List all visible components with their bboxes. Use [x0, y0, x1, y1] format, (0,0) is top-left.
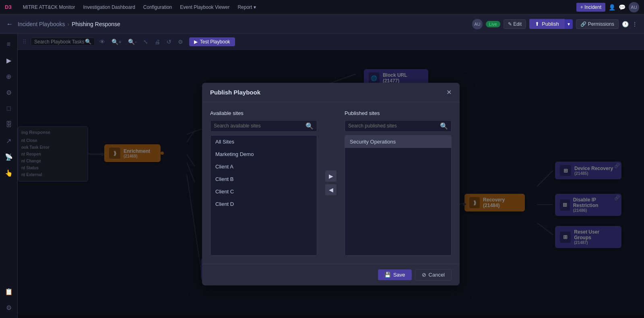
modal-close-button[interactable]: ✕ [446, 88, 452, 96]
search-available-icon: 🔍 [305, 122, 314, 130]
published-site-security-ops[interactable]: Security Operations [345, 135, 451, 148]
nav-mitre[interactable]: MITRE ATT&CK Monitor [23, 4, 75, 10]
sidebar-item-settings[interactable]: ⚙ [2, 300, 16, 315]
settings-button[interactable]: ⚙ [176, 38, 185, 46]
breadcrumb-parent[interactable]: Incident Playbooks [18, 21, 65, 27]
available-sites-panel: Available sites 🔍 All Sites Marketing De… [210, 110, 317, 256]
published-sites-search-input[interactable] [348, 123, 438, 129]
sidebar-item-add[interactable]: ⊕ [2, 69, 16, 84]
published-sites-label: Published sites [345, 110, 452, 116]
site-marketing-demo[interactable]: Marketing Demo [211, 148, 317, 160]
cancel-icon: ⊘ [422, 272, 426, 278]
save-icon: 💾 [384, 272, 391, 278]
site-client-a[interactable]: Client A [211, 160, 317, 173]
available-sites-list[interactable]: All Sites Marketing Demo Client A Client… [210, 135, 317, 256]
modal-overlay: Publish Playbook ✕ Available sites 🔍 All… [18, 50, 644, 318]
available-sites-search-input[interactable] [214, 123, 304, 129]
left-sidebar: ≡ ▶ ⊕ ⚙ □ 🗄 ↗ 📡 👆 📋 ⚙ [0, 34, 18, 318]
site-client-b[interactable]: Client B [211, 173, 317, 185]
publish-icon: ⬆ [535, 21, 539, 27]
history-button[interactable]: 🕐 [622, 21, 629, 27]
site-client-c[interactable]: Client C [211, 185, 317, 198]
published-sites-search: 🔍 [345, 120, 452, 132]
user-icon[interactable]: 👤 [609, 4, 615, 10]
publish-button[interactable]: ⬆ Publish [529, 19, 565, 29]
modal-title: Publish Playbook [210, 89, 260, 96]
sidebar-item-database[interactable]: 🗄 [2, 117, 16, 132]
available-sites-label: Available sites [210, 110, 317, 116]
refresh-button[interactable]: ↺ [165, 38, 173, 46]
search-input[interactable] [34, 39, 85, 45]
page-toolbar: ← Incident Playbooks › Phishing Response… [0, 14, 644, 34]
breadcrumb-current: Phishing Response [72, 21, 120, 27]
publish-button-group: ⬆ Publish ▾ [529, 19, 573, 29]
sidebar-item-share[interactable]: ↗ [2, 133, 16, 148]
chat-icon[interactable]: 💬 [619, 4, 625, 10]
zoom-in-button[interactable]: 🔍+ [109, 38, 124, 46]
page-user-avatar: AU [472, 19, 483, 29]
search-published-icon: 🔍 [440, 122, 448, 130]
play-icon: ▶ [194, 39, 198, 45]
move-right-button[interactable]: ▶ [325, 170, 336, 182]
permissions-button[interactable]: 🔗 Permissions [576, 19, 619, 29]
publish-playbook-modal: Publish Playbook ✕ Available sites 🔍 All… [202, 83, 460, 285]
edit-button[interactable]: ✎ Edit [504, 19, 526, 29]
sidebar-item-play[interactable]: ▶ [2, 53, 16, 68]
site-client-d[interactable]: Client D [211, 198, 317, 210]
published-sites-panel: Published sites 🔍 Security Operations [345, 110, 452, 256]
search-icon: 🔍 [85, 39, 91, 45]
modal-footer: 💾 Save ⊘ Cancel [202, 264, 460, 285]
nav-investigation[interactable]: Investigation Dashboard [83, 4, 135, 10]
app-logo: D3 [5, 4, 12, 10]
breadcrumb-separator: › [68, 21, 70, 27]
publish-dropdown-button[interactable]: ▾ [565, 19, 573, 29]
transfer-buttons: ▶ ◀ [325, 110, 336, 256]
zoom-out-button[interactable]: 🔍- [126, 38, 139, 46]
live-status-badge: Live [486, 21, 500, 27]
sidebar-item-finger[interactable]: 👆 [2, 166, 16, 180]
incident-button[interactable]: + Incident [576, 3, 605, 12]
fit-button[interactable]: ⤡ [141, 38, 150, 46]
sidebar-item-reports[interactable]: 📋 [2, 284, 16, 299]
eye-toggle-button[interactable]: 👁 [97, 38, 107, 46]
site-all-sites[interactable]: All Sites [211, 135, 317, 148]
search-box: 🔍 [31, 37, 95, 46]
available-sites-search: 🔍 [210, 120, 317, 132]
back-button[interactable]: ← [6, 21, 13, 28]
playbook-canvas: ing Response nt Close ook Task Error nt … [18, 50, 644, 318]
sidebar-item-tools[interactable]: ⚙ [2, 85, 16, 100]
modal-body: Available sites 🔍 All Sites Marketing De… [202, 102, 460, 264]
nav-event-playbook[interactable]: Event Playbook Viewer [180, 4, 229, 10]
cancel-button[interactable]: ⊘ Cancel [415, 269, 452, 281]
nav-configuration[interactable]: Configuration [143, 4, 172, 10]
breadcrumb: Incident Playbooks › Phishing Response [18, 21, 120, 27]
sidebar-item-signal[interactable]: 📡 [2, 150, 16, 164]
drag-handle-icon: ⠿ [23, 39, 27, 45]
nav-report[interactable]: Report ▾ [237, 4, 256, 10]
save-button[interactable]: 💾 Save [378, 269, 412, 280]
top-navigation: D3 MITRE ATT&CK Monitor Investigation Da… [0, 0, 644, 14]
sidebar-item-calendar[interactable]: □ [2, 101, 16, 116]
sidebar-item-menu[interactable]: ≡ [2, 37, 16, 51]
canvas-toolbar: ⠿ 🔍 👁 🔍+ 🔍- ⤡ 🖨 ↺ ⚙ ▶ Test Playbook [18, 34, 644, 50]
more-options-button[interactable]: ⋮ [632, 21, 638, 27]
move-left-button[interactable]: ◀ [325, 184, 336, 195]
print-button[interactable]: 🖨 [153, 38, 162, 46]
user-avatar[interactable]: AU [629, 2, 639, 12]
test-playbook-button[interactable]: ▶ Test Playbook [189, 37, 235, 46]
permissions-icon: 🔗 [580, 21, 586, 27]
published-sites-list[interactable]: Security Operations [345, 135, 452, 256]
modal-header: Publish Playbook ✕ [202, 83, 460, 102]
